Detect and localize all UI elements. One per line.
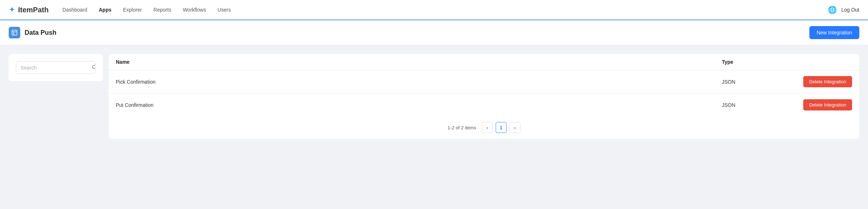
- page-icon: [9, 27, 20, 38]
- prev-page-button[interactable]: ‹: [482, 122, 493, 133]
- row-type: JSON: [715, 70, 787, 93]
- pagination-info: 1-2 of 2 items: [448, 125, 476, 130]
- row-type: JSON: [715, 93, 787, 117]
- logo-text: ItemPath: [18, 6, 48, 14]
- sub-header: Data Push New Integration: [0, 20, 868, 45]
- table-body: Pick Confirmation JSON Delete Integratio…: [109, 70, 859, 117]
- page-1-button[interactable]: 1: [496, 122, 507, 133]
- search-panel: [9, 54, 103, 81]
- row-action: Delete Integration: [787, 70, 859, 93]
- svg-point-3: [93, 65, 96, 68]
- search-input-wrapper: [16, 61, 96, 74]
- nav-users[interactable]: Users: [212, 4, 236, 16]
- search-button[interactable]: [88, 62, 96, 74]
- col-action: [787, 54, 859, 70]
- table-row: Pick Confirmation JSON Delete Integratio…: [109, 70, 859, 93]
- col-type: Type: [715, 54, 787, 70]
- delete-integration-button-0[interactable]: Delete Integration: [803, 76, 852, 87]
- search-input[interactable]: [16, 62, 88, 74]
- svg-rect-0: [12, 30, 17, 35]
- search-icon: [92, 64, 96, 70]
- nav-workflows[interactable]: Workflows: [178, 4, 211, 16]
- logout-button[interactable]: Log Out: [841, 7, 859, 13]
- nav-explorer[interactable]: Explorer: [118, 4, 147, 16]
- main-nav: Dashboard Apps Explorer Reports Workflow…: [57, 4, 828, 16]
- pagination: 1-2 of 2 items ‹ 1 ›: [109, 116, 859, 139]
- logo: ✦ ItemPath: [9, 5, 48, 14]
- table-panel: Name Type Pick Confirmation JSON Delete …: [109, 54, 859, 139]
- page-title: Data Push: [25, 29, 56, 37]
- nav-reports[interactable]: Reports: [148, 4, 176, 16]
- integrations-table: Name Type Pick Confirmation JSON Delete …: [109, 54, 859, 116]
- sub-header-left: Data Push: [9, 27, 56, 38]
- globe-icon[interactable]: 🌐: [828, 5, 837, 14]
- row-action: Delete Integration: [787, 93, 859, 117]
- nav-apps[interactable]: Apps: [94, 4, 117, 16]
- row-name: Put Confirmation: [109, 93, 715, 117]
- logo-icon: ✦: [9, 5, 15, 14]
- nav-dashboard[interactable]: Dashboard: [57, 4, 92, 16]
- main-content: Name Type Pick Confirmation JSON Delete …: [0, 45, 868, 147]
- table-header: Name Type: [109, 54, 859, 70]
- col-name: Name: [109, 54, 715, 70]
- row-name: Pick Confirmation: [109, 70, 715, 93]
- next-page-button[interactable]: ›: [509, 122, 520, 133]
- new-integration-button[interactable]: New Integration: [809, 26, 859, 39]
- header-right: 🌐 Log Out: [828, 5, 859, 14]
- main-header: ✦ ItemPath Dashboard Apps Explorer Repor…: [0, 0, 868, 20]
- delete-integration-button-1[interactable]: Delete Integration: [803, 99, 852, 110]
- table-row: Put Confirmation JSON Delete Integration: [109, 93, 859, 117]
